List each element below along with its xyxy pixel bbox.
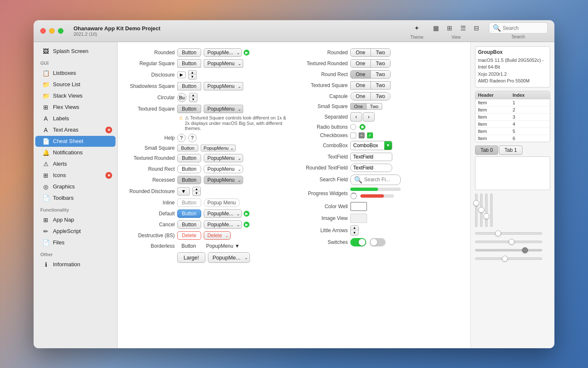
- little-arrows-up[interactable]: ▲: [351, 226, 358, 230]
- sidebar-item-toolbars[interactable]: 📄 Toolbars: [35, 193, 116, 204]
- popup-help[interactable]: ?: [188, 134, 197, 142]
- seg-ts-two[interactable]: Two: [371, 82, 390, 89]
- table-row[interactable]: Item 6: [475, 135, 550, 142]
- sidebar-item-labels[interactable]: A Labels: [35, 113, 116, 124]
- popup-cancel[interactable]: PopupMe...: [204, 220, 242, 229]
- seg-tr-two[interactable]: Two: [371, 60, 390, 67]
- radio-on[interactable]: [360, 124, 365, 130]
- table-row[interactable]: Item 4: [475, 121, 550, 128]
- button-inline[interactable]: Button: [177, 199, 201, 207]
- seg-rr-one[interactable]: One: [351, 71, 371, 78]
- sidebar-item-graphics[interactable]: ◎ Graphics: [35, 181, 116, 192]
- seg-rounded-one[interactable]: One: [351, 49, 371, 56]
- seg-ss-two[interactable]: Two: [367, 103, 382, 109]
- little-arrows-widget[interactable]: ▲ ▼: [350, 225, 359, 236]
- stepper-up[interactable]: ▲: [189, 71, 196, 75]
- textfield-input[interactable]: [350, 153, 392, 161]
- seg-ts-one[interactable]: One: [351, 82, 371, 89]
- stepper-rd-up[interactable]: ▲: [193, 187, 200, 191]
- hslider-1[interactable]: [475, 232, 542, 235]
- toggle-on[interactable]: [350, 238, 366, 246]
- button-help[interactable]: ?: [177, 134, 186, 142]
- search-field-input[interactable]: [364, 177, 398, 183]
- close-button[interactable]: [40, 28, 46, 34]
- seg-cap-two[interactable]: Two: [371, 93, 390, 100]
- vslider-1[interactable]: [475, 193, 478, 227]
- table-row[interactable]: Item 1: [475, 99, 550, 106]
- popup-textured-rounded[interactable]: PopupMenu: [204, 154, 244, 162]
- view-tile-icon[interactable]: ⊞: [444, 22, 455, 34]
- seg-cap-one[interactable]: One: [351, 93, 371, 100]
- sidebar-item-files[interactable]: 📄 Files: [35, 237, 116, 248]
- sidebar-item-source-list[interactable]: 📁 Source List: [35, 79, 116, 90]
- combobox-arrow[interactable]: ▼: [384, 141, 392, 150]
- sidebar-item-splash[interactable]: 🖼 Splash Screen: [35, 46, 116, 57]
- hslider-2[interactable]: [475, 241, 542, 243]
- sidebar-item-information[interactable]: ℹ Information: [35, 259, 116, 270]
- minimize-button[interactable]: [49, 28, 55, 34]
- vslider-2[interactable]: [480, 193, 483, 227]
- stepper-circular-down[interactable]: ▼: [189, 98, 197, 102]
- combobox[interactable]: ▼: [350, 141, 392, 150]
- rounded-textfield-input[interactable]: [350, 164, 392, 172]
- seg-tr-one[interactable]: One: [351, 60, 371, 67]
- stepper-circular[interactable]: ▲ ▼: [189, 93, 197, 102]
- checkbox-empty[interactable]: [350, 132, 356, 138]
- radio-off[interactable]: [350, 124, 356, 130]
- tab-1[interactable]: Tab 1: [499, 146, 522, 155]
- popup-round-rect[interactable]: PopupMenu: [204, 165, 244, 173]
- popup-regular-square[interactable]: PopupMenu: [204, 59, 244, 68]
- button-rounded-disclosure[interactable]: ▼: [177, 187, 190, 196]
- vslider-3[interactable]: [485, 193, 488, 227]
- popup-destructive[interactable]: Delete: [204, 231, 231, 240]
- theme-icon[interactable]: ✦: [411, 22, 423, 34]
- button-default[interactable]: Button: [177, 209, 201, 218]
- button-borderless[interactable]: Button: [177, 242, 200, 250]
- sidebar-item-applescript[interactable]: ✏ AppleScript: [35, 226, 116, 237]
- color-well-widget[interactable]: [350, 202, 367, 211]
- stepper-down[interactable]: ▼: [189, 75, 196, 79]
- hslider-3[interactable]: [475, 249, 542, 252]
- little-arrows-down[interactable]: ▼: [351, 230, 358, 235]
- button-cancel[interactable]: Button: [177, 220, 201, 229]
- button-rounded[interactable]: Button: [177, 48, 201, 57]
- search-field-widget[interactable]: 🔍: [350, 175, 401, 185]
- sidebar-item-listboxes[interactable]: 📋 Listboxes: [35, 68, 116, 79]
- toggle-off[interactable]: [370, 238, 386, 246]
- checkbox-checked[interactable]: ✓: [367, 132, 373, 138]
- popup-default[interactable]: PopupMe...: [204, 209, 242, 218]
- button-disclosure[interactable]: ▶: [177, 71, 186, 78]
- popup-large[interactable]: PopupMe...: [208, 252, 250, 263]
- combobox-input[interactable]: [351, 142, 384, 149]
- button-large[interactable]: Large!: [177, 252, 205, 263]
- button-textured-square[interactable]: Button: [177, 105, 201, 113]
- stepper-rounded-disclosure[interactable]: ▲ ▼: [192, 187, 201, 196]
- button-recessed[interactable]: Button: [177, 176, 201, 184]
- sidebar-item-flex-views[interactable]: ⊞ Flex Views: [35, 102, 116, 113]
- nav-btn-right[interactable]: ›: [363, 112, 375, 122]
- popup-rounded[interactable]: PopupMe...: [204, 48, 242, 57]
- button-small-square[interactable]: Button: [177, 145, 198, 151]
- checkbox-minus[interactable]: −: [359, 132, 365, 138]
- view-grid-icon[interactable]: ▦: [430, 22, 442, 34]
- popup-small-square[interactable]: PopupMenu: [201, 145, 236, 151]
- nav-btn-left[interactable]: ‹: [350, 112, 362, 122]
- sidebar-item-app-nap[interactable]: ⊞ App Nap: [35, 214, 116, 225]
- view-list-icon[interactable]: ☰: [457, 22, 469, 34]
- sidebar-item-text-areas[interactable]: A Text Areas ★: [35, 124, 116, 135]
- seg-rr-two[interactable]: Two: [371, 71, 390, 78]
- sidebar-item-stack-views[interactable]: 📁 Stack Views: [35, 90, 116, 101]
- table-row[interactable]: Item 2: [475, 106, 550, 114]
- button-circular[interactable]: Bu: [177, 93, 186, 102]
- seg-ss-one[interactable]: One: [351, 103, 367, 109]
- seg-rounded-two[interactable]: Two: [371, 49, 390, 56]
- popup-recessed[interactable]: PopupMenu: [204, 176, 244, 184]
- button-round-rect[interactable]: Button: [177, 165, 201, 173]
- maximize-button[interactable]: [58, 28, 63, 34]
- search-input[interactable]: [503, 25, 545, 31]
- search-bar[interactable]: 🔍: [489, 22, 548, 34]
- vslider-4[interactable]: [490, 193, 493, 227]
- button-destructive[interactable]: Delete: [177, 231, 201, 240]
- table-row[interactable]: Item 5: [475, 128, 550, 135]
- stepper-circular-up[interactable]: ▲: [189, 93, 197, 98]
